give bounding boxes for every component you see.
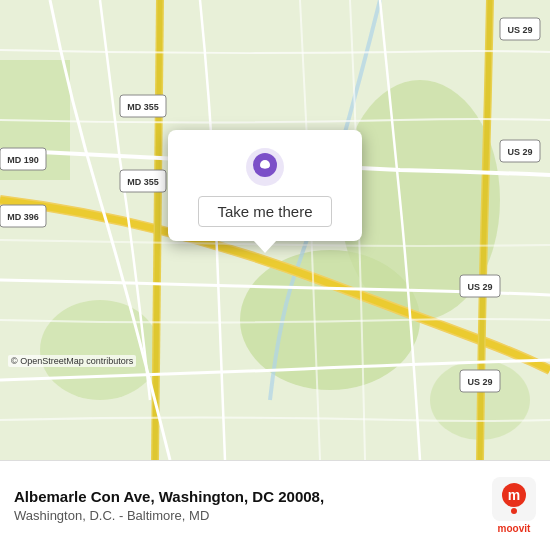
svg-text:MD 355: MD 355 [127, 102, 159, 112]
svg-text:MD 396: MD 396 [7, 212, 39, 222]
location-pin-icon [246, 148, 284, 186]
moovit-logo: m moovit [492, 477, 536, 534]
location-info: Albemarle Con Ave, Washington, DC 20008,… [14, 486, 480, 525]
moovit-icon: m [492, 477, 536, 521]
take-me-there-button[interactable]: Take me there [198, 196, 331, 227]
osm-credit: © OpenStreetMap contributors [8, 355, 136, 367]
svg-text:US 29: US 29 [467, 377, 492, 387]
svg-text:MD 355: MD 355 [127, 177, 159, 187]
svg-text:m: m [508, 487, 520, 503]
map-container: US 29 US 29 US 29 US 29 MD 355 MD 355 MD… [0, 0, 550, 460]
svg-text:US 29: US 29 [507, 25, 532, 35]
location-subtitle: Washington, D.C. - Baltimore, MD [14, 507, 480, 525]
moovit-label: moovit [498, 523, 531, 534]
svg-point-28 [511, 508, 517, 514]
info-bar: Albemarle Con Ave, Washington, DC 20008,… [0, 460, 550, 550]
svg-text:MD 190: MD 190 [7, 155, 39, 165]
svg-text:US 29: US 29 [467, 282, 492, 292]
location-title: Albemarle Con Ave, Washington, DC 20008, [14, 486, 480, 507]
svg-text:US 29: US 29 [507, 147, 532, 157]
location-callout: Take me there [168, 130, 362, 241]
